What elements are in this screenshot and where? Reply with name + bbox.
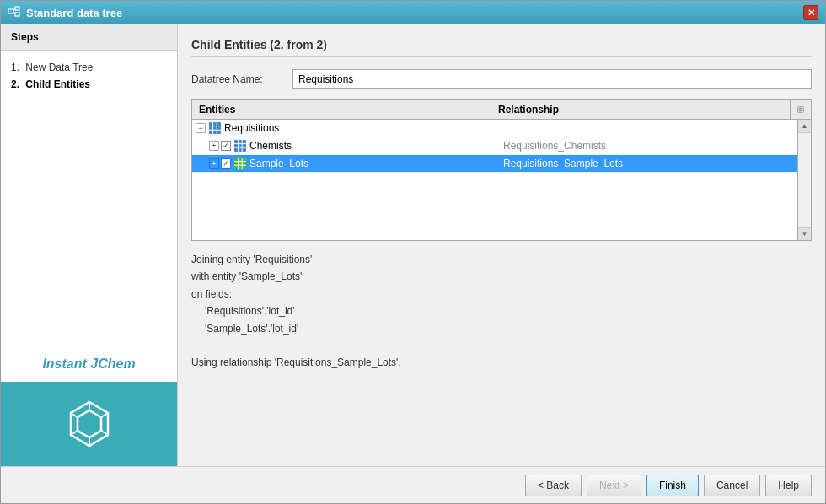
title-icon (8, 6, 21, 19)
tree-row[interactable]: + Sample_Lots Re (192, 155, 797, 173)
relationship-column-header: Relationship (491, 100, 791, 119)
grid-icon (209, 122, 221, 134)
window: Standard data tree ✕ Steps 1. New Data T… (0, 0, 826, 504)
close-button[interactable]: ✕ (803, 5, 818, 20)
expand-button[interactable]: + (209, 158, 219, 169)
back-button[interactable]: < Back (525, 475, 582, 496)
info-line-1: Joining entity 'Requisitions' (191, 254, 312, 265)
expand-button[interactable]: − (196, 123, 206, 133)
expand-button[interactable]: + (209, 141, 219, 151)
help-button[interactable]: Help (765, 475, 812, 496)
info-line-3: on fields: (191, 288, 232, 300)
next-button[interactable]: Next > (587, 475, 641, 496)
window-title: Standard data tree (26, 7, 122, 19)
title-bar: Standard data tree ✕ (1, 1, 825, 24)
svg-rect-17 (209, 122, 221, 134)
svg-rect-1 (15, 7, 19, 10)
tree-header: Entities Relationship (192, 100, 811, 120)
grid-icon (234, 158, 246, 169)
sidebar: Steps 1. New Data Tree 2. Child Entities… (1, 24, 178, 466)
entity-checkbox[interactable] (221, 158, 231, 169)
svg-rect-0 (8, 9, 13, 13)
scroll-up-button[interactable]: ▲ (798, 120, 812, 133)
info-line-5: 'Sample_Lots'.'lot_id' (191, 320, 812, 337)
datatree-name-label: Datatree Name: (191, 73, 292, 85)
svg-rect-2 (15, 13, 19, 16)
cancel-button[interactable]: Cancel (704, 475, 760, 496)
steps-list: 1. New Data Tree 2. Child Entities (1, 51, 177, 346)
scroll-down-button[interactable]: ▼ (798, 227, 812, 240)
entity-checkbox[interactable] (221, 141, 231, 151)
hex-logo-icon (64, 399, 115, 449)
relationship-value: Requisitions_Sample_Lots (500, 158, 794, 169)
entity-name: Requisitions (224, 122, 279, 134)
info-line-4: 'Requisitions'.'lot_id' (191, 303, 812, 319)
svg-rect-22 (234, 140, 246, 152)
scrollbar[interactable]: ▲ ▼ (797, 120, 811, 240)
tree-toolbar-icon[interactable] (791, 100, 811, 119)
tree-table-container: Entities Relationship (191, 99, 812, 241)
sidebar-logo (1, 382, 177, 466)
settings-icon (797, 104, 804, 115)
entity-name: Chemists (249, 140, 292, 152)
tree-body: − Requisitions (192, 120, 811, 240)
step-1: 1. New Data Tree (11, 59, 167, 76)
grid-icon (234, 140, 246, 152)
datatree-name-input[interactable] (292, 69, 812, 89)
join-info: Joining entity 'Requisitions' with entit… (191, 251, 812, 372)
steps-header: Steps (1, 24, 177, 51)
relationship-value: Requisitions_Chemists (500, 140, 794, 152)
finish-button[interactable]: Finish (646, 475, 699, 496)
tree-row[interactable]: + Chemists Requi (192, 137, 797, 155)
svg-marker-6 (78, 410, 101, 437)
main-content: Child Entities (2. from 2) Datatree Name… (178, 24, 825, 466)
tree-row[interactable]: − Requisitions (192, 120, 797, 137)
footer: < Back Next > Finish Cancel Help (1, 466, 825, 503)
section-title: Child Entities (2. from 2) (191, 38, 812, 57)
info-line-6: Using relationship 'Requisitions_Sample_… (191, 357, 401, 368)
entities-column-header: Entities (192, 100, 491, 119)
form-row: Datatree Name: (191, 69, 812, 89)
info-line-2: with entity 'Sample_Lots' (191, 271, 302, 282)
entity-name: Sample_Lots (249, 158, 308, 169)
svg-rect-27 (234, 158, 246, 169)
step-2: 2. Child Entities (11, 76, 167, 93)
brand-label: Instant JChem (1, 346, 177, 382)
